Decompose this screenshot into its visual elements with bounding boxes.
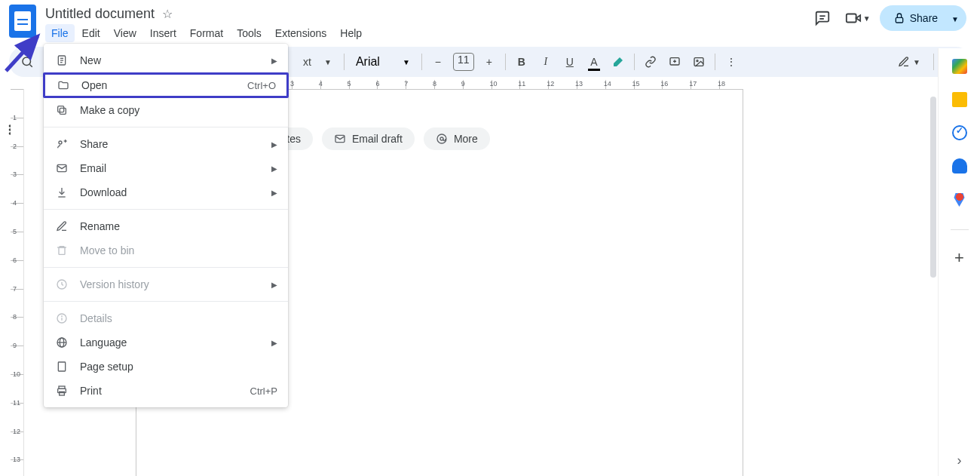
- more-tools-icon[interactable]: ⋮: [721, 51, 742, 72]
- menubar-format[interactable]: Format: [184, 24, 229, 42]
- file-menu-download[interactable]: Download▶: [44, 180, 288, 204]
- comment-history-icon[interactable]: [809, 5, 836, 32]
- menubar-insert[interactable]: Insert: [144, 24, 182, 42]
- font-size-input[interactable]: 11: [453, 53, 474, 71]
- italic-button[interactable]: I: [535, 51, 556, 72]
- share-dropdown[interactable]: ▼: [944, 5, 966, 31]
- font-name: Arial: [356, 55, 380, 69]
- folder-icon: [56, 79, 71, 91]
- hide-side-panel-icon[interactable]: ›: [957, 453, 962, 468]
- decrease-font-size[interactable]: −: [427, 51, 449, 72]
- file-menu-rename[interactable]: Rename: [44, 214, 288, 238]
- rename-icon: [54, 220, 69, 232]
- file-menu-version-history: Version history▶: [44, 272, 288, 296]
- svg-point-26: [62, 316, 63, 317]
- scrollbar-thumb[interactable]: [930, 97, 936, 278]
- chevron-down-icon: ▼: [863, 14, 871, 23]
- file-menu-open[interactable]: OpenCtrl+O: [43, 72, 289, 98]
- info-icon: [54, 312, 69, 324]
- chevron-down-icon[interactable]: ▼: [317, 51, 338, 72]
- svg-rect-16: [60, 108, 66, 114]
- chevron-down-icon: ▼: [403, 58, 410, 66]
- header: Untitled document ☆ FileEditViewInsertFo…: [0, 0, 980, 44]
- share-icon: [54, 138, 69, 150]
- meet-button[interactable]: ▼: [845, 10, 871, 26]
- svg-point-5: [23, 57, 31, 66]
- svg-point-11: [697, 60, 698, 62]
- menubar-edit[interactable]: Edit: [76, 24, 106, 42]
- chip-email-draft[interactable]: Email draft: [322, 127, 415, 150]
- svg-line-6: [29, 64, 32, 66]
- side-panel: ✓ + ›: [938, 48, 980, 476]
- chip-more[interactable]: More: [424, 127, 490, 150]
- mail-icon: [334, 133, 346, 145]
- document-title[interactable]: Untitled document: [45, 6, 155, 22]
- keep-app-icon[interactable]: [952, 92, 967, 107]
- file-menu-print[interactable]: PrintCtrl+P: [44, 379, 288, 403]
- text-color-button[interactable]: A: [583, 51, 605, 72]
- file-menu-language[interactable]: Language▶: [44, 330, 288, 355]
- file-menu-details: Details: [44, 306, 288, 330]
- calendar-app-icon[interactable]: [952, 59, 967, 74]
- menubar-help[interactable]: Help: [334, 24, 368, 42]
- history-icon: [54, 278, 69, 290]
- svg-rect-22: [59, 247, 65, 254]
- print-icon: [54, 385, 69, 397]
- search-menus-icon[interactable]: [17, 51, 38, 72]
- bold-button[interactable]: B: [511, 51, 532, 72]
- file-menu-move-to-bin: Move to bin: [44, 238, 288, 263]
- tasks-app-icon[interactable]: ✓: [952, 125, 967, 140]
- menubar-file[interactable]: File: [45, 24, 75, 42]
- file-menu-new[interactable]: New▶: [44, 48, 288, 72]
- maps-app-icon[interactable]: [952, 192, 967, 207]
- star-icon[interactable]: ☆: [162, 7, 173, 21]
- file-menu-page-setup[interactable]: Page setup: [44, 355, 288, 379]
- file-menu-email[interactable]: Email▶: [44, 156, 288, 180]
- editing-mode-button[interactable]: ▼: [893, 51, 925, 72]
- contacts-app-icon[interactable]: [952, 158, 967, 174]
- svg-rect-4: [896, 17, 902, 23]
- page-icon: [54, 361, 69, 373]
- menubar-extensions[interactable]: Extensions: [269, 24, 332, 42]
- highlight-button[interactable]: [608, 51, 629, 72]
- add-comment-button[interactable]: [664, 51, 685, 72]
- docs-logo[interactable]: [9, 5, 36, 38]
- file-menu-make-a-copy[interactable]: Make a copy: [44, 98, 288, 122]
- vertical-ruler[interactable]: 12345678910111213: [11, 89, 24, 476]
- paragraph-style-label[interactable]: xt: [300, 56, 314, 68]
- menubar-view[interactable]: View: [108, 24, 142, 42]
- font-selector[interactable]: Arial ▼: [350, 55, 416, 69]
- svg-rect-17: [58, 106, 64, 112]
- share-button[interactable]: Share: [880, 5, 951, 31]
- increase-font-size[interactable]: +: [479, 51, 500, 72]
- insert-image-button[interactable]: [688, 51, 709, 72]
- svg-point-18: [59, 141, 62, 144]
- trash-icon: [54, 244, 69, 256]
- svg-rect-30: [58, 362, 65, 371]
- insert-link-button[interactable]: [640, 51, 661, 72]
- svg-rect-3: [847, 14, 856, 23]
- at-icon: [436, 133, 448, 145]
- file-menu-dropdown: New▶OpenCtrl+OMake a copyShare▶Email▶Dow…: [44, 44, 288, 407]
- mail-icon: [54, 162, 69, 174]
- copy-icon: [54, 104, 69, 116]
- underline-button[interactable]: U: [559, 51, 580, 72]
- menubar-tools[interactable]: Tools: [231, 24, 268, 42]
- add-addon-icon[interactable]: +: [954, 248, 964, 268]
- download-icon: [54, 186, 69, 198]
- file-menu-share[interactable]: Share▶: [44, 132, 288, 156]
- menubar: FileEditViewInsertFormatToolsExtensionsH…: [45, 24, 368, 42]
- globe-icon: [54, 336, 69, 349]
- share-label: Share: [910, 12, 938, 24]
- doc-icon: [54, 54, 69, 66]
